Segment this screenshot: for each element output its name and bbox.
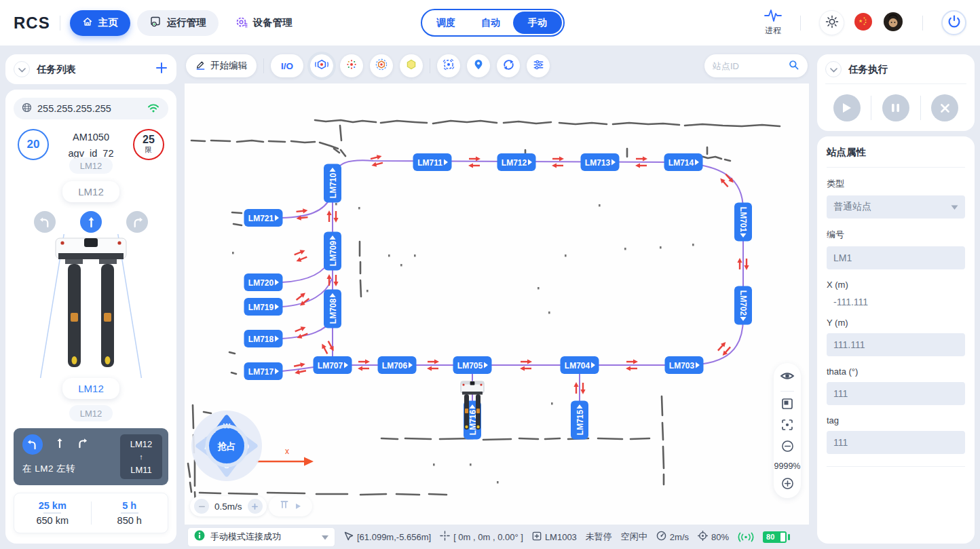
ip-field[interactable]: 255.255.255.255 [14, 98, 168, 119]
task-cancel-button[interactable] [931, 94, 958, 121]
turn-right-icon [77, 438, 88, 451]
minimap-icon[interactable] [781, 398, 793, 413]
zoom-out-icon[interactable] [781, 440, 794, 455]
nav-home[interactable]: 主页 [70, 10, 130, 36]
speed-value: 0.5m/s [214, 501, 242, 512]
yellow-hexagon-icon [404, 58, 418, 74]
tag-field[interactable]: 111 [827, 431, 965, 454]
start-edit-button[interactable]: 开始编辑 [186, 54, 257, 77]
station-search-input[interactable] [713, 61, 788, 71]
y-field[interactable]: 111.111 [827, 333, 965, 356]
add-task-button[interactable] [155, 61, 168, 77]
hours-total: 850 h [117, 515, 142, 526]
user-avatar[interactable] [882, 12, 904, 34]
x-label: X (m) [827, 280, 965, 290]
station-props-card: 站点属性 类型 普通站点 编号 LM1 X (m) -111.111 Y (m)… [817, 136, 975, 544]
right-panel: 任务执行 站点属性 类型 普通站点 编号 LM1 X (m) -111.111 … [812, 45, 980, 549]
map-station-LM714[interactable]: LM714 [664, 153, 703, 171]
svg-text:LM714: LM714 [668, 158, 694, 168]
map-station-LM711[interactable]: LM711 [413, 153, 452, 171]
vehicle-visual [14, 234, 168, 378]
connection-message[interactable]: 手动模式连接成功 [187, 527, 335, 547]
layer-map-toggle[interactable] [310, 54, 333, 77]
map-x-axis: x [257, 447, 314, 466]
theta-field[interactable]: 111 [827, 382, 965, 405]
map-station-LM705[interactable]: LM705 [453, 356, 492, 374]
pencil-icon [195, 60, 206, 72]
map-station-LM704[interactable]: LM704 [561, 356, 599, 374]
zoom-level-label: 9999% [774, 461, 801, 471]
speed-state: 2m/s [656, 531, 689, 543]
layer-points-toggle[interactable] [340, 54, 363, 77]
pin-button[interactable] [467, 54, 490, 77]
hexagon-ring-icon [375, 58, 388, 74]
svg-text:LM702: LM702 [738, 290, 748, 316]
battery-indicator: 80 [763, 531, 787, 543]
theme-toggle-button[interactable] [819, 10, 844, 35]
refresh-button[interactable] [497, 54, 520, 77]
speed-increase-button[interactable] [248, 499, 263, 514]
chevron-down-icon [830, 63, 837, 75]
map-station-LM720[interactable]: LM720 [244, 273, 283, 291]
location-pin-icon [472, 58, 485, 73]
layer-zone-toggle[interactable] [370, 54, 393, 77]
collapse-button[interactable] [14, 61, 30, 77]
svg-text:LM709: LM709 [328, 241, 338, 267]
map-station-LM721[interactable]: LM721 [244, 209, 283, 227]
mode-dispatch[interactable]: 调度 [423, 12, 468, 34]
mode-manual[interactable]: 手动 [513, 12, 562, 34]
task-exec-card: 任务执行 [817, 54, 975, 131]
search-icon[interactable] [788, 59, 799, 73]
speed-stepper: 0.5m/s [190, 496, 267, 516]
manual-joystick[interactable]: W A S D 抢占 [189, 408, 265, 484]
nav-devices[interactable]: 设备管理 [223, 10, 305, 36]
type-label: 类型 [827, 178, 965, 190]
io-button[interactable]: I/O [271, 54, 303, 77]
map-canvas[interactable]: LM710LM711LM712LM713LM714LM701LM702LM703… [185, 83, 809, 525]
process-button[interactable]: 进程 [764, 9, 782, 37]
mode-auto[interactable]: 自动 [468, 12, 513, 34]
tag-label: tag [827, 415, 965, 425]
map-station-LM701[interactable]: LM701 [734, 203, 752, 242]
map-station-LM709[interactable]: LM709 [324, 232, 341, 271]
map-station-LM702[interactable]: LM702 [734, 286, 752, 325]
language-flag-button[interactable] [853, 13, 873, 33]
battery-percent: 80 [763, 533, 774, 541]
type-select[interactable]: 普通站点 [827, 195, 965, 219]
map-station-LM712[interactable]: LM712 [497, 153, 536, 171]
map-station-LM713[interactable]: LM713 [581, 153, 620, 171]
speed-decrease-button[interactable] [194, 499, 209, 514]
svg-text:抢占: 抢占 [217, 441, 236, 451]
map-station-LM719[interactable]: LM719 [244, 298, 283, 316]
fork-control-button[interactable] [269, 496, 312, 516]
turn-right-icon[interactable] [126, 211, 148, 233]
map-station-LM708[interactable]: LM708 [324, 290, 341, 328]
zoom-in-icon[interactable] [781, 477, 794, 493]
eye-icon[interactable] [780, 370, 795, 385]
caret-down-icon [951, 202, 958, 212]
map-station-LM703[interactable]: LM703 [665, 356, 704, 374]
turn-left-icon[interactable] [34, 211, 56, 233]
map-station-LM718[interactable]: LM718 [244, 330, 283, 347]
map-station-LM710[interactable]: LM710 [324, 164, 341, 203]
nav-operations-label: 运行管理 [167, 16, 206, 29]
map-station-LM707[interactable]: LM707 [314, 356, 352, 374]
locate-robot-button[interactable] [437, 54, 460, 77]
map-station-LM706[interactable]: LM706 [378, 356, 417, 374]
collapse-button[interactable] [825, 61, 842, 77]
top-bar: RCS 主页 运行管理 设备管理 调度 自动 手动 进程 [0, 0, 980, 45]
grab-button[interactable]: 抢占 [207, 426, 246, 466]
code-field[interactable]: LM1 [827, 246, 965, 269]
map-station-LM715[interactable]: LM715 [571, 401, 588, 440]
filter-button[interactable] [527, 54, 550, 77]
task-pause-button[interactable] [882, 94, 909, 121]
layer-area-toggle[interactable] [400, 54, 423, 77]
nav-operations[interactable]: 运行管理 [137, 10, 219, 36]
focus-icon[interactable] [781, 419, 793, 434]
station-props-title: 站点属性 [827, 146, 965, 159]
map-station-LM717[interactable]: LM717 [244, 362, 283, 380]
task-start-button[interactable] [833, 94, 861, 121]
go-straight-icon[interactable] [80, 211, 102, 233]
map-area: 开始编辑 I/O [182, 45, 812, 549]
power-button[interactable] [941, 10, 966, 35]
